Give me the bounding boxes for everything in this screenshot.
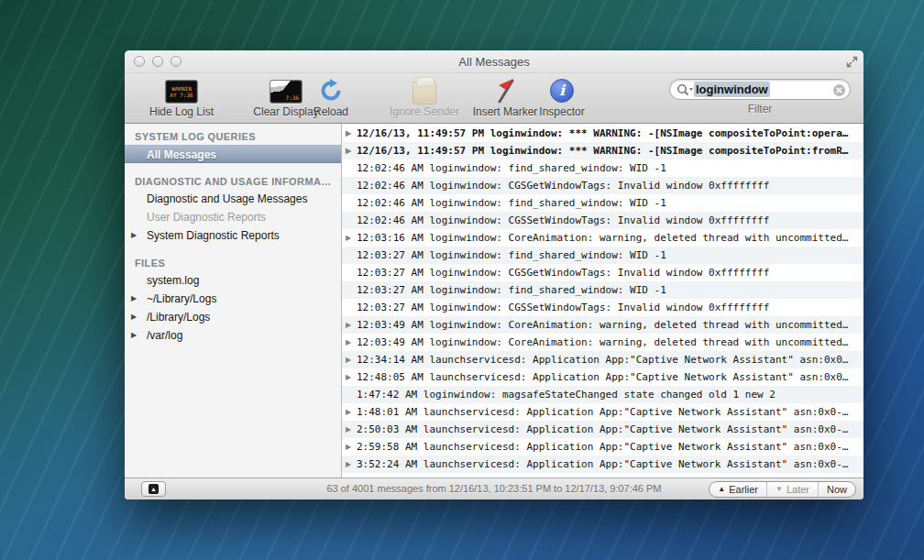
log-row[interactable]: 1:47:42 AM loginwindow: magsafeStateChan…	[342, 386, 864, 403]
log-row[interactable]: 12:02:46 AM loginwindow: CGSGetWindowTag…	[342, 177, 864, 194]
sidebar-section: SYSTEM LOG QUERIESAll Messages	[125, 128, 341, 163]
log-message-text: 12:03:49 AM loginwindow: CoreAnimation: …	[357, 319, 848, 331]
window-title: All Messages	[125, 55, 864, 69]
log-row[interactable]: ▶12:48:05 AM launchservicesd: Applicatio…	[342, 368, 864, 386]
log-row[interactable]: 12:02:46 AM loginwindow: CGSSetWindowTag…	[342, 212, 864, 229]
hide-log-list-button[interactable]: WARNIN AY 7:36 Hide Log List	[139, 77, 224, 118]
arrow-down-icon: ▼	[776, 482, 783, 497]
statusbar: ▲ 63 of 4001 messages from 12/16/13, 10:…	[125, 478, 864, 500]
log-row[interactable]: ▶12:03:49 AM loginwindow: CoreAnimation:…	[342, 334, 864, 351]
sidebar-item-system-log[interactable]: system.log	[125, 271, 341, 290]
log-row[interactable]: ▶12:03:49 AM loginwindow: CoreAnimation:…	[342, 316, 864, 334]
titlebar[interactable]: All Messages	[125, 50, 864, 73]
sidebar-item-label: Diagnostic and Usage Messages	[147, 192, 307, 205]
inspector-button[interactable]: i Inspector	[534, 77, 590, 118]
log-row[interactable]: 12:03:27 AM loginwindow: CGSSetWindowTag…	[342, 299, 864, 316]
sidebar-item-all-messages[interactable]: All Messages	[125, 145, 341, 163]
sidebar-item-var-log[interactable]: ▶/var/log	[125, 326, 341, 345]
disclosure-triangle-icon[interactable]: ▶	[346, 403, 351, 421]
earlier-button[interactable]: ▲ Earlier	[710, 482, 766, 497]
log-row[interactable]: ▶3:52:24 AM launchservicesd: Application…	[342, 456, 864, 473]
sidebar-section: DIAGNOSTIC AND USAGE INFORMA…Diagnostic …	[125, 173, 341, 245]
log-message-text: 12:48:05 AM launchservicesd: Application…	[357, 371, 848, 383]
sidebar-item-diagnostic-and-usage-messages[interactable]: Diagnostic and Usage Messages	[125, 190, 341, 208]
disclosure-triangle-icon[interactable]: ▶	[346, 456, 351, 473]
disclosure-triangle-icon[interactable]: ▶	[131, 290, 137, 308]
filter-group: loginwindow ✕ Filter	[669, 79, 851, 115]
log-message-text: 1:47:42 AM loginwindow: magsafeStateChan…	[357, 389, 776, 401]
log-row[interactable]: 12:02:46 AM loginwindow: find_shared_win…	[342, 194, 864, 212]
disclosure-triangle-icon[interactable]: ▶	[346, 351, 351, 368]
sidebar-item-label: /var/log	[147, 329, 182, 342]
sidebar-item-label: All Messages	[147, 148, 216, 161]
disclosure-triangle-icon[interactable]: ▶	[131, 226, 137, 245]
log-row[interactable]: 12:03:27 AM loginwindow: find_shared_win…	[342, 281, 864, 299]
clear-search-icon[interactable]: ✕	[833, 84, 845, 96]
later-button[interactable]: ▼ Later	[766, 482, 818, 497]
reload-button[interactable]: Reload	[310, 77, 352, 118]
log-row[interactable]: ▶1:48:01 AM launchservicesd: Application…	[342, 403, 864, 421]
disclosure-triangle-icon[interactable]: ▶	[346, 438, 351, 456]
log-message-text: 1:48:01 AM launchservicesd: Application …	[357, 406, 848, 418]
sidebar-item-label: /Library/Logs	[147, 311, 210, 324]
log-message-text: 2:59:58 AM launchservicesd: Application …	[357, 441, 848, 453]
log-message-text: 12:03:27 AM loginwindow: find_shared_win…	[357, 284, 666, 296]
sidebar-item-library-logs[interactable]: ▶~/Library/Logs	[125, 290, 341, 308]
disclosure-triangle-icon[interactable]: ▶	[346, 125, 351, 142]
now-button[interactable]: Now	[818, 482, 855, 497]
sidebar-item-library-logs[interactable]: ▶/Library/Logs	[125, 308, 341, 326]
fullscreen-icon[interactable]	[846, 56, 858, 68]
log-row[interactable]: ▶2:59:58 AM launchservicesd: Application…	[342, 438, 864, 456]
log-row[interactable]: ▶12:34:14 AM launchservicesd: Applicatio…	[342, 351, 864, 368]
toolbar-button-label: Hide Log List	[139, 105, 224, 118]
toolbar: WARNIN AY 7:36 Hide Log List 7:36 Clear …	[125, 73, 864, 124]
disclosure-triangle-icon[interactable]: ▶	[346, 368, 351, 386]
now-label: Now	[827, 482, 847, 497]
search-icon[interactable]	[676, 83, 694, 96]
log-message-text: 12:03:27 AM loginwindow: CGSSetWindowTag…	[357, 302, 769, 313]
log-row[interactable]: ▶2:50:03 AM launchservicesd: Application…	[342, 421, 864, 438]
sidebar-item-system-diagnostic-reports[interactable]: ▶System Diagnostic Reports	[125, 226, 341, 245]
sidebar: SYSTEM LOG QUERIESAll MessagesDIAGNOSTIC…	[125, 124, 342, 478]
log-row[interactable]: ▶12/16/13, 11:49:57 PM loginwindow: *** …	[342, 125, 864, 142]
log-message-text: 2:50:03 AM launchservicesd: Application …	[357, 423, 848, 435]
log-list[interactable]: ▶12/16/13, 11:49:57 PM loginwindow: *** …	[342, 124, 864, 478]
sidebar-section-header: FILES	[125, 255, 341, 271]
desktop-background: All Messages WARNIN AY 7:36 Hide Log Lis…	[0, 0, 924, 560]
log-row[interactable]: 12:03:27 AM loginwindow: find_shared_win…	[342, 247, 864, 264]
sidebar-item-label: System Diagnostic Reports	[147, 229, 280, 242]
log-row[interactable]: 12:02:46 AM loginwindow: find_shared_win…	[342, 159, 864, 177]
console-screen-icon: WARNIN AY 7:36	[165, 80, 198, 104]
sidebar-item-label: User Diagnostic Reports	[147, 211, 266, 224]
sidebar-section: FILESsystem.log▶~/Library/Logs▶/Library/…	[125, 255, 341, 345]
sidebar-item-label: ~/Library/Logs	[147, 292, 216, 305]
disclosure-triangle-icon[interactable]: ▶	[131, 326, 137, 345]
toolbar-button-label: Reload	[310, 105, 352, 118]
log-message-text: 12:02:46 AM loginwindow: find_shared_win…	[357, 162, 666, 174]
disclosure-triangle-icon[interactable]: ▶	[346, 421, 351, 438]
log-message-text: 12/16/13, 11:49:57 PM loginwindow: *** W…	[357, 145, 848, 157]
disclosure-triangle-icon[interactable]: ▶	[346, 229, 351, 247]
sidebar-item-user-diagnostic-reports[interactable]: User Diagnostic Reports	[125, 208, 341, 226]
log-message-text: 3:52:24 AM launchservicesd: Application …	[357, 458, 848, 470]
filter-search-input[interactable]: loginwindow ✕	[669, 79, 851, 100]
log-message-text: 12/16/13, 11:49:57 PM loginwindow: *** W…	[357, 127, 848, 139]
red-flag-icon	[493, 78, 517, 104]
later-label: Later	[786, 482, 809, 497]
disclosure-triangle-icon[interactable]: ▶	[346, 334, 351, 351]
log-row[interactable]: ▶12/16/13, 11:49:57 PM loginwindow: *** …	[342, 142, 864, 159]
info-circle-icon: i	[550, 79, 574, 103]
earlier-label: Earlier	[729, 482, 758, 497]
sidebar-section-header: SYSTEM LOG QUERIES	[125, 128, 341, 145]
filter-query-text: loginwindow	[694, 82, 770, 97]
time-navigation-control: ▲ Earlier ▼ Later Now	[709, 481, 856, 498]
log-row[interactable]: 12:03:27 AM loginwindow: CGSGetWindowTag…	[342, 264, 864, 281]
log-row[interactable]: ▶12:03:16 AM loginwindow: CoreAnimation:…	[342, 229, 864, 247]
disclosure-triangle-icon[interactable]: ▶	[346, 316, 351, 334]
log-message-text: 12:03:27 AM loginwindow: CGSGetWindowTag…	[357, 267, 769, 279]
log-message-text: 12:03:49 AM loginwindow: CoreAnimation: …	[357, 336, 848, 348]
disclosure-triangle-icon[interactable]: ▶	[131, 308, 137, 326]
ignore-sender-button: Ignore Sender	[383, 77, 466, 118]
disclosure-triangle-icon[interactable]: ▶	[346, 142, 351, 159]
log-message-text: 12:03:16 AM loginwindow: CoreAnimation: …	[357, 232, 848, 244]
